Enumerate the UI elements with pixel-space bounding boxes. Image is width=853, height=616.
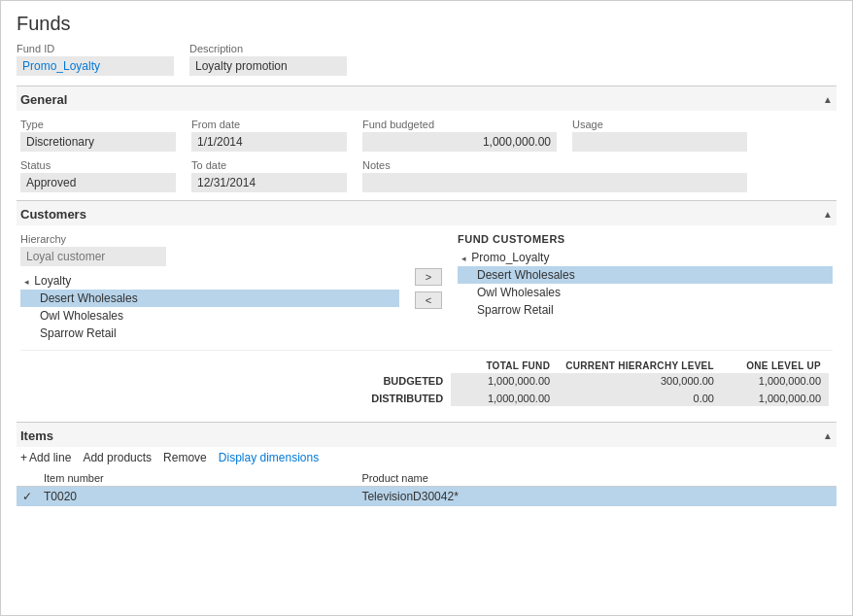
customers-section-header: Customers ▲ [17,201,836,225]
right-tree-sparrow[interactable]: Sparrow Retail [458,301,833,319]
customers-middle-panel: > < [399,233,458,342]
left-tree-sparrow-label: Sparrow Retail [40,326,117,340]
left-tree-loyalty[interactable]: ◂ Loyalty [20,272,399,290]
left-tree-sparrow[interactable]: Sparrow Retail [20,325,399,342]
from-date-input[interactable] [191,132,347,152]
items-chevron[interactable]: ▲ [823,430,833,441]
add-line-button[interactable]: Add line [20,451,71,464]
items-table-header-row: Item number Product name [17,470,836,487]
totals-total-fund: 1,000,000.00 [451,373,558,389]
customers-left-panel: Hierarchy ◂ Loyalty Desert Wholesales Ow… [20,233,399,342]
items-col-item-number: Item number [38,470,356,487]
general-grid: Type From date Fund budgeted Usage Statu… [20,119,833,192]
to-date-group: To date [191,159,347,192]
items-row-item-number: T0020 [38,487,356,507]
left-tree-loyalty-label: Loyalty [34,274,71,288]
display-dimensions-button[interactable]: Display dimensions [219,451,319,464]
add-products-button[interactable]: Add products [83,451,152,464]
items-row-product-name: TelevisionD30042* [356,487,836,507]
fund-desc-label: Description [189,43,347,54]
type-input[interactable] [20,132,176,152]
status-group: Status [20,159,176,192]
items-section-title: Items [20,428,53,443]
usage-input[interactable] [572,132,747,152]
totals-section: TOTAL FUND CURRENT HIERARCHY LEVEL ONE L… [20,350,833,414]
col-total-fund: TOTAL FUND [451,359,558,373]
fund-budgeted-group: Fund budgeted [362,119,557,152]
totals-row-label: BUDGETED [363,373,451,389]
table-row[interactable]: ✓ T0020 TelevisionD30042* [17,487,836,507]
notes-group: Notes [362,159,747,192]
fund-budgeted-input[interactable] [362,132,557,152]
col-current-hierarchy: CURRENT HIERARCHY LEVEL [558,359,722,373]
hierarchy-group: Hierarchy [20,233,399,272]
fund-customers-label: FUND CUSTOMERS [458,233,833,245]
customers-section: Customers ▲ Hierarchy ◂ Loyalty Desert W… [17,200,836,422]
from-date-label: From date [191,119,347,130]
usage-label: Usage [572,119,747,130]
notes-label: Notes [362,159,747,171]
fund-id-input[interactable] [17,56,174,76]
customers-section-title: Customers [20,207,86,222]
totals-current-hierarchy: 300,000.00 [558,373,722,389]
general-section: General ▲ Type From date Fund budgeted U… [17,86,836,200]
to-date-input[interactable] [191,173,347,192]
items-table: Item number Product name ✓ T0020 Televis… [17,470,836,506]
totals-one-level-up: 1,000,000.00 [722,373,829,389]
page-container: Funds Fund ID Description General ▲ Type… [0,0,853,616]
items-row-check: ✓ [17,487,38,507]
totals-row-label: DISTRIBUTED [363,389,451,406]
left-tree-owl[interactable]: Owl Wholesales [20,307,399,325]
items-section: Items ▲ Add line Add products Remove Dis… [17,422,836,506]
type-label: Type [20,119,176,130]
hierarchy-label: Hierarchy [20,233,399,245]
general-chevron[interactable]: ▲ [823,94,833,105]
fund-desc-input[interactable] [189,56,347,76]
totals-one-level-up: 1,000,000.00 [722,389,829,406]
general-section-header: General ▲ [17,86,836,111]
left-tree-desert[interactable]: Desert Wholesales [20,290,399,307]
status-input[interactable] [20,173,176,192]
remove-button[interactable]: Remove [163,451,207,464]
items-section-header: Items ▲ [17,423,836,447]
type-group: Type [20,119,176,152]
customers-section-body: Hierarchy ◂ Loyalty Desert Wholesales Ow… [17,225,836,422]
from-date-group: From date [191,119,347,152]
right-tree-promo-arrow: ◂ [461,254,466,263]
totals-table: TOTAL FUND CURRENT HIERARCHY LEVEL ONE L… [363,359,829,406]
fund-budgeted-label: Fund budgeted [362,119,557,130]
to-date-label: To date [191,159,347,171]
right-tree-owl[interactable]: Owl Wholesales [458,284,833,301]
transfer-right-button[interactable]: > [415,268,442,286]
notes-input[interactable] [362,173,747,192]
page-title: Funds [17,13,836,35]
right-tree-promo-label: Promo_Loyalty [471,251,549,264]
right-tree-desert-label: Desert Wholesales [477,268,575,282]
hierarchy-input[interactable] [20,247,166,266]
items-col-check [17,470,38,487]
customers-chevron[interactable]: ▲ [823,209,833,220]
general-section-title: General [20,92,67,107]
transfer-left-button[interactable]: < [415,291,442,309]
fund-header: Fund ID Description [17,43,836,76]
general-section-body: Type From date Fund budgeted Usage Statu… [17,111,836,200]
customers-right-panel: FUND CUSTOMERS ◂ Promo_Loyalty Desert Wh… [458,233,833,342]
items-col-product-name: Product name [356,470,836,487]
right-tree-promo[interactable]: ◂ Promo_Loyalty [458,249,833,266]
status-label: Status [20,159,176,171]
left-tree-desert-label: Desert Wholesales [40,291,138,305]
usage-group: Usage [572,119,747,152]
totals-total-fund: 1,000,000.00 [451,389,558,406]
items-table-wrapper: Item number Product name ✓ T0020 Televis… [17,470,836,506]
fund-id-group: Fund ID [17,43,174,76]
left-tree-owl-label: Owl Wholesales [40,309,123,323]
totals-row: DISTRIBUTED 1,000,000.00 0.00 1,000,000.… [363,389,829,406]
col-one-level-up: ONE LEVEL UP [722,359,829,373]
totals-row: BUDGETED 1,000,000.00 300,000.00 1,000,0… [363,373,829,389]
fund-id-label: Fund ID [17,43,174,54]
right-tree-owl-label: Owl Wholesales [477,286,561,299]
items-toolbar: Add line Add products Remove Display dim… [17,447,836,470]
right-tree-desert[interactable]: Desert Wholesales [458,266,833,284]
left-tree-loyalty-arrow: ◂ [24,277,29,287]
totals-current-hierarchy: 0.00 [558,389,722,406]
